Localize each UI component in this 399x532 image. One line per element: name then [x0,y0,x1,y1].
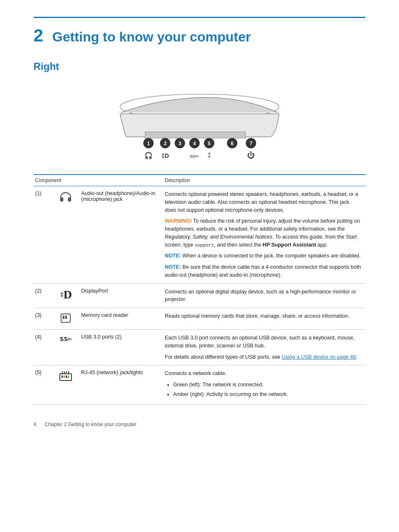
col-header-component: Component [33,175,163,186]
table-row: (2) ‡D DisplayPort Connects an optional … [33,283,366,308]
svg-text:7: 7 [250,141,253,146]
svg-text:⏻: ⏻ [247,151,255,159]
usb-icon: ss⇐ [56,334,75,343]
svg-rect-25 [61,375,63,378]
desc-note1: NOTE: When a device is connected to the … [165,252,361,260]
component-number: (2) [33,283,54,308]
component-name: Memory card reader [79,308,163,330]
desc-note2: NOTE: Be sure that the device cable has … [165,263,361,279]
chapter-number: 2 [33,26,43,45]
svg-rect-23 [65,316,67,319]
table-row: (5) RJ-45 (network) jack/lights [33,365,366,404]
table-row: (4) ss⇐ USB 3.0 ports (2) Each USB 3.0 p… [33,330,366,365]
note-label: NOTE: [165,253,181,259]
component-description: Connects optional powered stereo speaker… [163,186,366,284]
component-icon: ss⇐ [54,330,79,365]
network-icon [58,370,73,382]
svg-rect-28 [68,375,69,378]
component-table: Component Description (1) Audio-out (hea… [33,174,366,405]
component-icon [54,308,79,330]
desc-text: Connects optional powered stereo speaker… [165,190,361,214]
component-number: (1) [33,186,54,284]
chapter-title: Getting to know your computer [52,29,251,44]
component-name: RJ-45 (network) jack/lights [79,365,163,404]
svg-text:4: 4 [193,141,196,146]
component-icon: ‡D [54,283,79,308]
component-number: (4) [33,330,54,365]
svg-text:1: 1 [147,141,150,146]
list-item: Amber (right): Activity is occurring on … [173,391,361,398]
usb-link[interactable]: Using a USB device on page 48 [282,354,356,360]
page-footer: 4 Chapter 2 Getting to know your compute… [33,421,366,427]
component-number: (5) [33,365,54,404]
component-description: Connects a network cable. Green (left): … [163,365,366,404]
svg-text:3: 3 [179,141,182,146]
desc-text: Reads optional memory cards that store, … [165,312,361,320]
component-number: (3) [33,308,54,330]
component-description: Each USB 3.0 port connects an optional U… [163,330,366,365]
desc-text: Connects a network cable. [165,370,361,378]
note-label-2: NOTE: [165,264,181,270]
table-row: (1) Audio-out (headphone)/Audio-in(micro… [33,186,366,284]
svg-text:‡D: ‡D [161,152,169,159]
svg-rect-22 [63,316,64,319]
page-number: 4 [33,421,36,427]
svg-text:🎧: 🎧 [144,152,153,159]
chapter-header: 2 Getting to know your computer [33,17,366,46]
component-name: Audio-out (headphone)/Audio-in(microphon… [79,186,163,284]
component-icon [54,186,79,284]
svg-text:6: 6 [231,141,234,146]
laptop-diagram: 1 2 3 4 5 6 7 🎧 [33,82,366,164]
list-item: Green (left): The network is connected. [173,381,361,389]
svg-text:⁑: ⁑ [208,152,211,159]
svg-text:5: 5 [208,141,211,146]
network-bullet-list: Green (left): The network is connected. … [173,381,361,398]
desc-link: For details about different types of USB… [165,353,361,361]
svg-text:ss⇐: ss⇐ [190,153,199,159]
laptop-illustration: 1 2 3 4 5 6 7 🎧 [95,82,304,164]
footer-chapter-ref: Chapter 2 Getting to know your computer [45,421,136,427]
warning-label: WARNING! [165,218,192,224]
table-row: (3) Memory card reader Reads optional me… [33,308,366,330]
desc-text: Each USB 3.0 port connects an optional U… [165,334,361,350]
svg-text:2: 2 [164,141,167,146]
table-header-row: Component Description [33,175,366,186]
component-name: DisplayPort [79,283,163,308]
desc-text: Connects an optional digital display dev… [165,288,361,304]
italic-text: Regulatory, Safety, and Environmental No… [165,234,272,240]
section-title: Right [33,61,366,72]
col-header-description: Description [163,175,366,186]
component-name: USB 3.0 ports (2) [79,330,163,365]
desc-warning: WARNING! To reduce the risk of personal … [165,217,361,249]
svg-rect-1 [145,132,246,138]
component-icon [54,365,79,404]
component-description: Reads optional memory cards that store, … [163,308,366,330]
memory-card-icon [59,312,72,324]
mono-text: support [195,243,214,248]
svg-rect-27 [66,375,67,378]
svg-rect-26 [64,375,65,378]
component-description: Connects an optional digital display dev… [163,283,366,308]
headphone-icon [59,190,72,206]
displayport-icon: ‡D [56,288,75,301]
bold-text: HP Support Assistant [263,242,316,248]
